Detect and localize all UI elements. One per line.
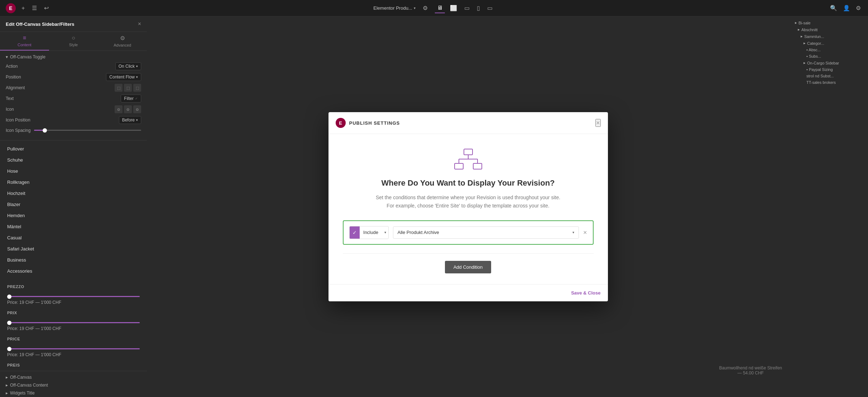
mobile-landscape-icon[interactable]: ▭ xyxy=(485,3,495,13)
mobile-icon[interactable]: ▯ xyxy=(475,3,482,13)
widgets-title-section[interactable]: ▸ Widgets Title xyxy=(6,391,141,396)
action-select[interactable]: On Click ▾ xyxy=(115,62,141,70)
category-casual[interactable]: Casual xyxy=(0,232,147,243)
category-blazer[interactable]: Blazer xyxy=(0,199,147,210)
prix-slider[interactable]: Price: 19 CHF — 1'000 CHF xyxy=(0,316,147,334)
icon-spacing-slider[interactable] xyxy=(34,130,141,131)
add-icon[interactable]: + xyxy=(20,4,26,13)
align-center-btn[interactable]: ⬚ xyxy=(124,84,132,92)
icon-position-label: Icon Position xyxy=(6,118,30,123)
align-left-btn[interactable]: ⬚ xyxy=(115,84,123,92)
position-label: Position xyxy=(6,75,21,80)
price-slider[interactable]: Price: 19 CHF — 1'000 CHF xyxy=(0,343,147,360)
publish-settings-modal: E PUBLISH SETTINGS × xyxy=(329,112,608,301)
menu-icon[interactable]: ☰ xyxy=(30,3,38,13)
tree-item-sammlun[interactable]: ▸ Sammlun... xyxy=(792,33,865,40)
condition-remove-button[interactable]: × xyxy=(583,229,587,236)
panel-header: Edit Off-Canvas Sidebar/Filters × xyxy=(0,16,147,32)
main-canvas: Baumwollhend nd weiße Streifen — 54.00 C… xyxy=(147,16,789,397)
prix-price: Price: 19 CHF — 1'000 CHF xyxy=(7,326,140,331)
modal-close-button[interactable]: × xyxy=(595,119,601,127)
collapsible-sections: ▸ Off-Canvas ▸ Off-Canvas Content ▸ Widg… xyxy=(0,371,147,396)
filter-sections: PREZZO Price: 19 CHF — 1'000 CHF PRIX Pr… xyxy=(0,279,147,371)
tree-item-abschnitt[interactable]: ▸ Abschnitt xyxy=(792,26,865,33)
archive-select[interactable]: Alle Produkt Archive ▾ xyxy=(393,226,579,239)
off-canvas-content-section[interactable]: ▸ Off-Canvas Content xyxy=(6,383,141,388)
tree-item-subs[interactable]: • Subs... xyxy=(792,53,865,59)
icon-btn-2[interactable]: ⊙ xyxy=(124,105,132,113)
category-rollkragen[interactable]: Rollkragen xyxy=(0,177,147,188)
category-pullover[interactable]: Pullover xyxy=(0,143,147,154)
category-schuhe[interactable]: Schuhe xyxy=(0,154,147,166)
right-panel-content: ▸ Bi-sale ▸ Abschnitt ▸ Sammlun... ▸ Cat… xyxy=(789,16,868,89)
save-close-button[interactable]: Save & Close xyxy=(571,290,600,296)
include-chevron-icon: ▾ xyxy=(382,230,388,234)
elementor-logo[interactable]: E xyxy=(6,3,16,13)
preis-label: PREIS xyxy=(0,360,147,369)
archive-label: Alle Produkt Archive xyxy=(398,230,439,235)
icon-btn-1[interactable]: ⊙ xyxy=(115,105,123,113)
icon-spacing-label: Icon Spacing xyxy=(6,128,30,133)
prezzo-price: Price: 19 CHF — 1'000 CHF xyxy=(7,300,140,305)
tree-item-ttsales[interactable]: TT-sales brokers xyxy=(792,79,865,86)
text-row: Text Filter ✓ xyxy=(6,95,141,102)
condition-box: ✓ Include ▾ Alle Produkt Archive ▾ × xyxy=(343,220,594,245)
tab-advanced[interactable]: ⚙ Advanced xyxy=(98,32,147,51)
tree-item-categor[interactable]: ▸ Categor... xyxy=(792,40,865,47)
category-hose[interactable]: Hose xyxy=(0,166,147,177)
device-icons: 🖥 ⬜ ▭ ▯ ▭ xyxy=(435,3,495,13)
category-accessories[interactable]: Accessories xyxy=(0,266,147,277)
tree-item-cargo[interactable]: ▸ On-Cargo Sidebar xyxy=(792,59,865,66)
action-label: Action xyxy=(6,64,18,69)
icon-label: Icon xyxy=(6,107,14,112)
hierarchy-icon xyxy=(454,148,483,170)
modal-overlay: E PUBLISH SETTINGS × xyxy=(147,16,789,397)
search-topbar-icon[interactable]: 🔍 xyxy=(829,3,839,13)
icon-spacing-row: Icon Spacing xyxy=(6,127,141,134)
advanced-tab-icon: ⚙ xyxy=(120,35,125,42)
align-right-btn[interactable]: ⬚ xyxy=(133,84,141,92)
tree-item-bisale[interactable]: ▸ Bi-sale xyxy=(792,19,865,26)
position-select[interactable]: Content Flow ▾ xyxy=(106,73,141,81)
include-text: Include xyxy=(360,230,382,235)
prix-label: PRIX xyxy=(0,308,147,316)
history-icon[interactable]: ↩ xyxy=(43,3,50,13)
tree-item-strol[interactable]: strol nd Subst... xyxy=(792,73,865,79)
modal-body: Where Do You Want to Display Your Revisi… xyxy=(329,134,608,284)
topbar-settings-icon[interactable]: ⚙ xyxy=(854,3,862,13)
icon-position-select[interactable]: Before ▾ xyxy=(119,116,141,124)
tree-item-absc[interactable]: • Absc... xyxy=(792,47,865,53)
section-title-toggle[interactable]: ▾ Off-Canvas Toggle xyxy=(6,54,141,59)
modal-logo: E xyxy=(336,118,346,128)
category-safari[interactable]: Safari Jacket xyxy=(0,243,147,254)
tree-item-paypal[interactable]: • Paypal Sizing xyxy=(792,66,865,73)
top-bar-left: E + ☰ ↩ xyxy=(6,3,50,13)
category-hochzeit[interactable]: Hochzeit xyxy=(0,188,147,199)
off-canvas-section[interactable]: ▸ Off-Canvas xyxy=(6,375,141,380)
site-name[interactable]: Elementor Produ... ▾ xyxy=(373,5,415,11)
tab-style[interactable]: ○ Style xyxy=(49,32,98,51)
add-condition-button[interactable]: Add Condition xyxy=(445,261,491,273)
settings-icon[interactable]: ⚙ xyxy=(421,3,429,13)
category-mantel[interactable]: Mäntel xyxy=(0,221,147,232)
price-label: PRICE xyxy=(0,334,147,343)
divider xyxy=(343,253,594,254)
user-icon[interactable]: 👤 xyxy=(841,3,852,13)
prezzo-slider[interactable]: Price: 19 CHF — 1'000 CHF xyxy=(0,290,147,308)
icon-btn-3[interactable]: ⊙ xyxy=(133,105,141,113)
category-business[interactable]: Business xyxy=(0,254,147,266)
desktop-icon[interactable]: 🖥 xyxy=(435,3,445,13)
action-row: Action On Click ▾ xyxy=(6,62,141,70)
tab-content[interactable]: ≡ Content xyxy=(0,32,49,51)
modal-footer: Save & Close xyxy=(329,284,608,301)
panel-close-button[interactable]: × xyxy=(138,21,141,27)
category-hemden[interactable]: Hemden xyxy=(0,210,147,221)
tablet-landscape-icon[interactable]: ▭ xyxy=(462,3,472,13)
include-select[interactable]: ✓ Include ▾ xyxy=(349,226,389,239)
tablet-icon[interactable]: ⬜ xyxy=(448,3,459,13)
category-list: Pullover Schuhe Hose Rollkragen Hochzeit… xyxy=(0,140,147,279)
svg-rect-6 xyxy=(473,163,482,169)
svg-rect-5 xyxy=(455,163,463,169)
icon-row: Icon ⊙ ⊙ ⊙ xyxy=(6,105,141,113)
text-input[interactable]: Filter ✓ xyxy=(121,95,141,102)
